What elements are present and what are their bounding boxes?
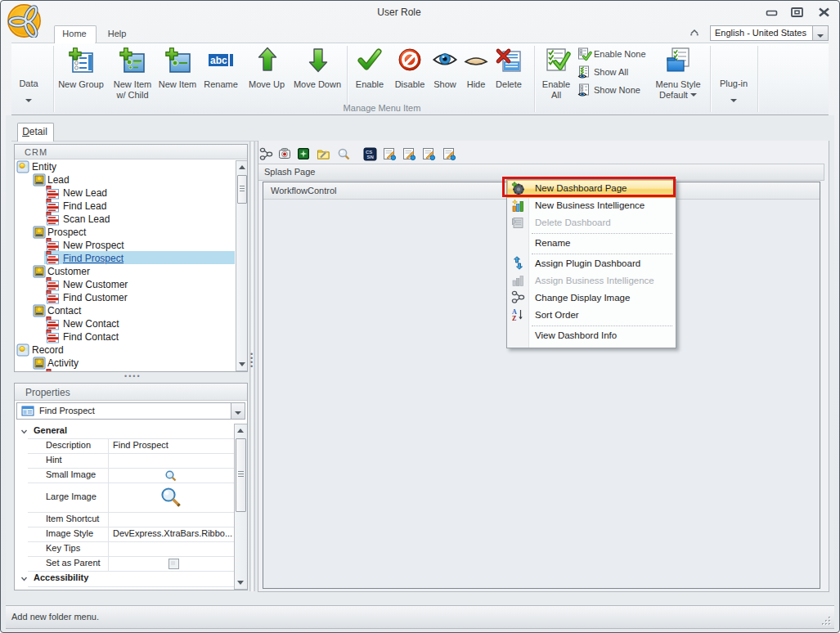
svg-text:SN: SN: [367, 155, 374, 159]
svg-text:Z: Z: [512, 315, 516, 322]
svg-text:abc: abc: [210, 55, 227, 66]
